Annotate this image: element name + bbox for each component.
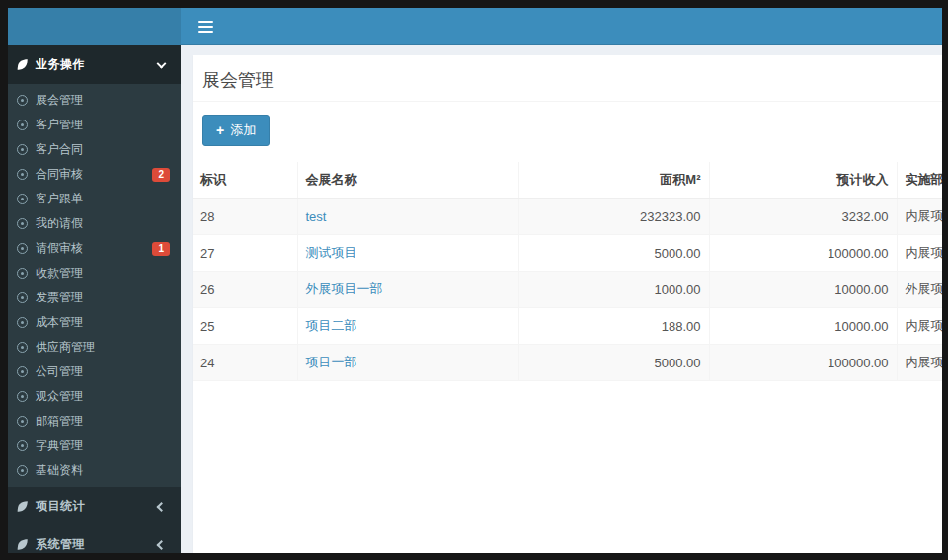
sidebar-item-mailbox-mgmt[interactable]: 邮箱管理 bbox=[8, 409, 181, 434]
sidebar-item-label: 发票管理 bbox=[36, 289, 83, 306]
cell-area: 188.00 bbox=[518, 308, 709, 345]
cell-name: 项目二部 bbox=[297, 308, 518, 345]
cell-name: 外展项目一部 bbox=[297, 272, 518, 308]
status-badge: 2 bbox=[152, 168, 170, 182]
sidebar-item-label: 请假审核 bbox=[36, 240, 83, 257]
leaf-icon bbox=[16, 538, 29, 551]
sidebar-section-project-stats[interactable]: 项目统计 bbox=[8, 487, 181, 525]
dot-circle-icon bbox=[17, 120, 28, 130]
sidebar-item-exhibition-mgmt[interactable]: 展会管理 bbox=[8, 88, 181, 113]
cell-area: 232323.00 bbox=[518, 199, 709, 235]
dot-circle-icon bbox=[17, 268, 28, 279]
sidebar-section-label: 业务操作 bbox=[36, 56, 85, 73]
top-navbar bbox=[8, 8, 942, 45]
sidebar-item-label: 成本管理 bbox=[36, 314, 83, 331]
sidebar-item-payment-mgmt[interactable]: 收款管理 bbox=[8, 261, 181, 285]
sidebar: 业务操作 展会管理 客户管理 客户合同 合同审核2 客户跟单 我的请假 请假审核… bbox=[8, 45, 181, 553]
cell-dept: 内展项目 bbox=[897, 308, 942, 345]
dot-circle-icon bbox=[17, 465, 28, 476]
add-button[interactable]: + 添加 bbox=[202, 115, 270, 146]
column-header-area: 面积M² bbox=[518, 162, 709, 199]
content-area: 展会管理 + 添加 标识 会展名称 bbox=[181, 45, 942, 553]
cell-id: 27 bbox=[193, 235, 297, 272]
exhibition-link[interactable]: 测试项目 bbox=[306, 245, 357, 260]
sidebar-section-label: 项目统计 bbox=[36, 498, 85, 515]
box-header: 展会管理 bbox=[193, 55, 942, 102]
sidebar-section-system-mgmt[interactable]: 系统管理 bbox=[8, 525, 181, 553]
exhibition-table: 标识 会展名称 面积M² 预计收入 实施部门 28 test 2 bbox=[193, 162, 942, 381]
sidebar-item-cost-mgmt[interactable]: 成本管理 bbox=[8, 310, 181, 335]
sidebar-item-label: 邮箱管理 bbox=[36, 413, 83, 430]
add-button-label: 添加 bbox=[230, 121, 256, 139]
navbar-main bbox=[181, 8, 942, 45]
sidebar-item-customer-mgmt[interactable]: 客户管理 bbox=[8, 113, 181, 137]
screen-frame: 业务操作 展会管理 客户管理 客户合同 合同审核2 客户跟单 我的请假 请假审核… bbox=[0, 0, 948, 560]
sidebar-item-basic-data[interactable]: 基础资料 bbox=[8, 458, 181, 483]
cell-dept: 内展项目 bbox=[897, 235, 942, 272]
sidebar-item-label: 观众管理 bbox=[36, 388, 83, 405]
cell-dept: 内展项目 bbox=[897, 199, 942, 235]
chevron-down-icon bbox=[157, 58, 167, 68]
exhibition-link[interactable]: 项目一部 bbox=[306, 355, 357, 369]
cell-dept: 内展项目 bbox=[897, 345, 942, 381]
cell-area: 1000.00 bbox=[518, 272, 709, 308]
dot-circle-icon bbox=[17, 391, 28, 402]
page-title: 展会管理 bbox=[202, 70, 274, 90]
cell-dept: 外展项目 bbox=[897, 272, 942, 308]
sidebar-item-audience-mgmt[interactable]: 观众管理 bbox=[8, 384, 181, 409]
plus-icon: + bbox=[216, 123, 224, 137]
exhibition-link[interactable]: test bbox=[306, 209, 327, 224]
cell-id: 28 bbox=[193, 199, 297, 235]
status-badge: 1 bbox=[152, 242, 170, 256]
sidebar-item-label: 收款管理 bbox=[36, 265, 83, 281]
chevron-left-icon bbox=[157, 540, 167, 550]
sidebar-item-label: 客户跟单 bbox=[36, 191, 83, 207]
dot-circle-icon bbox=[17, 366, 28, 377]
exhibition-link[interactable]: 项目二部 bbox=[306, 318, 357, 333]
cell-area: 5000.00 bbox=[518, 345, 709, 381]
table-row: 24 项目一部 5000.00 100000.00 内展项目 bbox=[193, 345, 942, 381]
sidebar-item-customer-contract[interactable]: 客户合同 bbox=[8, 137, 181, 162]
app-window: 业务操作 展会管理 客户管理 客户合同 合同审核2 客户跟单 我的请假 请假审核… bbox=[8, 8, 942, 553]
dot-circle-icon bbox=[17, 95, 28, 106]
table-row: 27 测试项目 5000.00 100000.00 内展项目 bbox=[193, 235, 942, 272]
dot-circle-icon bbox=[17, 218, 28, 229]
table-row: 28 test 232323.00 3232.00 内展项目 bbox=[193, 199, 942, 235]
cell-id: 25 bbox=[193, 308, 297, 345]
cell-id: 26 bbox=[193, 272, 297, 308]
sidebar-item-label: 合同审核 bbox=[36, 166, 83, 183]
hamburger-icon[interactable] bbox=[191, 12, 221, 41]
sidebar-item-leave-review[interactable]: 请假审核1 bbox=[8, 236, 181, 261]
sidebar-item-label: 客户合同 bbox=[36, 141, 83, 158]
leaf-icon bbox=[16, 58, 29, 71]
sidebar-item-label: 基础资料 bbox=[36, 462, 83, 479]
cell-income: 100000.00 bbox=[709, 345, 897, 381]
sidebar-item-customer-followup[interactable]: 客户跟单 bbox=[8, 187, 181, 211]
cell-area: 5000.00 bbox=[518, 235, 709, 272]
cell-name: 测试项目 bbox=[297, 235, 518, 272]
column-header-dept: 实施部门 bbox=[897, 162, 942, 199]
sidebar-item-my-leave[interactable]: 我的请假 bbox=[8, 211, 181, 236]
sidebar-section-business[interactable]: 业务操作 bbox=[8, 45, 181, 84]
dot-circle-icon bbox=[17, 317, 28, 328]
dot-circle-icon bbox=[17, 440, 28, 451]
table-row: 25 项目二部 188.00 10000.00 内展项目 bbox=[193, 308, 942, 345]
sidebar-item-supplier-mgmt[interactable]: 供应商管理 bbox=[8, 335, 181, 360]
dot-circle-icon bbox=[17, 194, 28, 204]
dot-circle-icon bbox=[17, 243, 28, 254]
sidebar-item-label: 公司管理 bbox=[36, 363, 83, 380]
sidebar-item-label: 客户管理 bbox=[36, 117, 83, 133]
cell-name: 项目一部 bbox=[297, 345, 518, 381]
sidebar-item-dictionary-mgmt[interactable]: 字典管理 bbox=[8, 434, 181, 458]
exhibition-link[interactable]: 外展项目一部 bbox=[306, 281, 383, 296]
sidebar-item-company-mgmt[interactable]: 公司管理 bbox=[8, 360, 181, 384]
dot-circle-icon bbox=[17, 169, 28, 180]
sidebar-item-invoice-mgmt[interactable]: 发票管理 bbox=[8, 285, 181, 310]
exhibition-box: 展会管理 + 添加 标识 会展名称 bbox=[193, 55, 942, 553]
column-header-name: 会展名称 bbox=[297, 162, 518, 199]
cell-income: 10000.00 bbox=[709, 272, 897, 308]
sidebar-item-label: 我的请假 bbox=[36, 215, 83, 232]
sidebar-item-contract-review[interactable]: 合同审核2 bbox=[8, 162, 181, 187]
table-row: 26 外展项目一部 1000.00 10000.00 外展项目 bbox=[193, 272, 942, 308]
sidebar-item-label: 供应商管理 bbox=[36, 339, 95, 356]
